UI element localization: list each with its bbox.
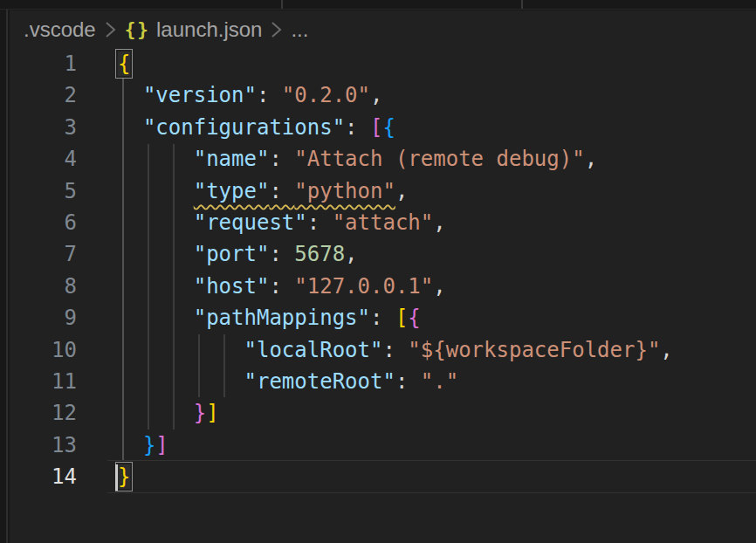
code-text: "port": 5678, [77,238,358,270]
token: "attach" [333,210,434,235]
token: , [345,242,357,266]
code-line[interactable]: 6 "request": "attach", [10,207,756,238]
code-text: "name": "Attach (remote debug)", [77,143,597,175]
code-text: "request": "attach", [77,207,446,238]
token: : [395,369,421,394]
token [118,338,244,362]
token: "0.2.0" [282,83,370,107]
token: "configurations" [143,115,345,140]
chevron-right-icon [105,20,116,39]
code-text: { [77,48,130,79]
line-number[interactable]: 8 [10,271,77,302]
code-text: "remoteRoot": "." [77,366,458,397]
code-line[interactable]: 4 "name": "Attach (remote debug)", [10,143,756,175]
token: ] [206,401,218,425]
line-number[interactable]: 11 [10,366,77,397]
line-number[interactable]: 5 [10,175,77,207]
code-line[interactable]: 12 }] [10,397,756,429]
code-line[interactable]: 7 "port": 5678, [10,238,756,270]
token: { [382,115,395,140]
token: , [660,338,672,362]
token: } [194,401,206,425]
token: "Attach (remote debug)" [294,147,584,171]
line-number[interactable]: 12 [10,397,77,429]
token: "." [421,369,458,394]
token: , [433,274,445,299]
code-line[interactable]: 9 "pathMappings": [{ [10,302,756,333]
token: : [269,242,294,266]
code-text: "host": "127.0.0.1", [77,271,446,302]
token [118,369,244,394]
code-line[interactable]: 8 "host": "127.0.0.1", [10,271,756,302]
code-text: "localRoot": "${workspaceFolder}", [77,334,673,366]
token: [ [395,306,408,330]
line-number[interactable]: 4 [10,143,77,175]
line-number[interactable]: 2 [10,79,77,111]
token: , [370,83,382,107]
code-area[interactable]: 1{2 "version": "0.2.0",3 "configurations… [10,48,756,492]
code-line[interactable]: 11 "remoteRoot": "." [10,366,756,397]
token: "127.0.0.1" [294,274,433,299]
token: "remoteRoot" [244,369,395,394]
token: : [382,338,408,362]
code-line[interactable]: 3 "configurations": [{ [10,112,756,143]
token: [ [370,115,382,140]
token: "pathMappings" [194,306,370,330]
code-line[interactable]: 1{ [10,48,756,79]
breadcrumb-folder[interactable]: .vscode [24,17,96,42]
token: : [307,210,333,235]
line-number[interactable]: 3 [10,112,77,143]
code-line[interactable]: 5 "type": "python", [10,175,756,207]
token [118,242,194,266]
tab-divider [281,0,283,9]
line-number[interactable]: 10 [10,334,77,366]
token [118,83,143,107]
token [118,147,194,171]
token: { [408,306,420,330]
token [118,179,194,203]
token [118,210,194,235]
token: : [345,115,370,140]
line-number[interactable]: 6 [10,207,77,238]
token: , [433,210,445,235]
token: "version" [143,83,257,107]
token: "host" [194,274,270,299]
tab-divider [521,0,523,9]
tab-bar [0,0,756,10]
code-text: "configurations": [{ [77,112,395,143]
line-number[interactable]: 1 [10,48,77,79]
code-line[interactable]: 10 "localRoot": "${workspaceFolder}", [10,334,756,366]
code-line[interactable]: 13 }] [10,430,756,461]
breadcrumb: .vscode {} launch.json ... [10,10,756,48]
token: ] [155,433,168,457]
code-text: } [77,461,130,492]
breadcrumb-file[interactable]: launch.json [156,17,262,42]
code-text: "type": "python", [77,175,408,207]
line-number[interactable]: 13 [10,430,77,461]
token: : [370,306,395,330]
token: "${workspaceFolder}" [408,338,660,362]
token: "python" [294,179,395,203]
editor-left-edge [0,10,8,543]
code-text: "version": "0.2.0", [77,79,382,111]
token: 5678 [294,242,345,266]
token: : [269,147,294,171]
code-line[interactable]: 2 "version": "0.2.0", [10,79,756,111]
token: "type" [194,179,270,203]
token: "localRoot" [244,338,383,362]
token: "request" [194,210,307,235]
line-number[interactable]: 14 [10,461,77,492]
breadcrumb-symbol-overflow[interactable]: ... [291,17,308,42]
token: { [118,52,130,76]
token: : [257,83,282,107]
token [118,115,143,140]
code-text: "pathMappings": [{ [77,302,421,333]
token [118,306,194,330]
line-number[interactable]: 7 [10,238,77,270]
token: : [269,274,294,299]
code-text: }] [77,397,219,429]
token: "name" [194,147,270,171]
line-number[interactable]: 9 [10,302,77,333]
code-line[interactable]: 14} [10,461,756,492]
code-text: }] [77,430,168,461]
